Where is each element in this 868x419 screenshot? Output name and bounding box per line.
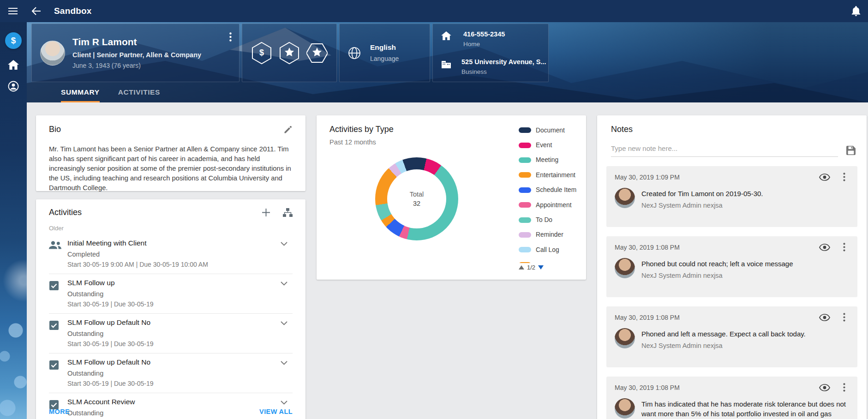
legend-label: Reminder — [536, 231, 563, 238]
bio-card: Bio Mr. Tim Lamont has been a Senior Par… — [36, 115, 305, 191]
contact-header-banner: Tim R Lamont Client | Senior Partner, Al… — [27, 22, 868, 102]
top-app-bar: Sandbox — [0, 0, 868, 22]
legend-swatch — [519, 172, 531, 178]
note-view-button[interactable] — [819, 174, 830, 181]
phone-value: 416-555-2345 — [463, 30, 505, 38]
contacts-nav-button[interactable] — [8, 81, 19, 92]
legend-item: Meeting — [519, 153, 580, 168]
note-date: May 30, 2019 1:08 PM — [615, 384, 819, 391]
eye-icon — [819, 314, 830, 321]
notes-title: Notes — [611, 125, 853, 134]
chevron-down-icon[interactable] — [281, 281, 293, 286]
activity-row[interactable]: Initial Meeting with Client Completed St… — [49, 234, 293, 274]
legend-label: Event — [536, 142, 552, 149]
kebab-menu-icon — [229, 32, 232, 42]
legend-item-truncated — [519, 257, 580, 263]
note-view-button[interactable] — [819, 314, 830, 321]
home-nav-button[interactable] — [8, 60, 19, 70]
save-note-button[interactable] — [846, 146, 856, 155]
eye-icon — [819, 384, 830, 391]
back-arrow-icon — [32, 7, 41, 15]
activity-title: SLM Follow up — [67, 279, 281, 287]
kebab-menu-icon — [843, 243, 845, 251]
chevron-down-icon[interactable] — [281, 401, 293, 405]
activity-dates: Start 30-05-19 | Due 30-05-19 — [67, 300, 281, 308]
globe-icon — [348, 47, 361, 60]
task-check-icon — [49, 360, 67, 370]
legend-item: Schedule Item — [519, 183, 580, 198]
chevron-down-icon[interactable] — [281, 321, 293, 325]
address-row[interactable]: 525 University Avenue, S... Business — [441, 58, 540, 75]
tab-summary[interactable]: SUMMARY — [61, 88, 100, 102]
eye-icon — [819, 244, 830, 251]
contact-details-card: 416-555-2345 Home 525 University Avenue,… — [432, 24, 549, 82]
donut-center-label: Total 32 — [387, 169, 446, 228]
bio-edit-button[interactable] — [283, 125, 293, 134]
activities-by-type-card: Activities by Type Past 12 months Total … — [317, 115, 586, 280]
tab-activities[interactable]: ACTIVITIES — [118, 88, 160, 102]
phone-row[interactable]: 416-555-2345 Home — [441, 30, 540, 48]
note-view-button[interactable] — [819, 384, 830, 391]
summary-content: Bio Mr. Tim Lamont has been a Senior Par… — [27, 102, 868, 419]
note-view-button[interactable] — [819, 244, 830, 251]
legend-label: Entertainment — [536, 172, 575, 179]
star-hexagon-icon[interactable] — [279, 42, 300, 65]
kebab-menu-icon — [843, 173, 845, 181]
task-check-icon — [49, 281, 67, 291]
activity-row[interactable]: SLM Follow up Default No Outstanding Sta… — [49, 314, 293, 353]
activity-row[interactable]: SLM Follow up Outstanding Start 30-05-19… — [49, 274, 293, 314]
star-seal-icon[interactable] — [306, 42, 328, 65]
legend-item: Reminder — [519, 227, 580, 242]
legend-item: Appointment — [519, 198, 580, 212]
page-down-icon[interactable] — [538, 265, 544, 269]
note-kebab-menu-button[interactable] — [843, 243, 845, 251]
legend-label: To Do — [536, 216, 552, 223]
tab-bar: SUMMARY ACTIVITIES — [61, 88, 179, 102]
note-kebab-menu-button[interactable] — [843, 173, 845, 181]
legend-swatch — [519, 217, 531, 223]
add-activity-button[interactable] — [262, 209, 270, 216]
activities-list: Initial Meeting with Client Completed St… — [49, 234, 293, 419]
legend-label: Schedule Item — [536, 186, 576, 193]
notes-card: Notes May 30, 2019 1:09 PM — [597, 115, 867, 419]
legend-swatch — [519, 157, 531, 163]
activities-card: Activities Older — [36, 199, 305, 419]
kebab-menu-icon — [843, 383, 845, 392]
activity-title: SLM Follow up Default No — [67, 318, 281, 327]
people-icon — [49, 241, 67, 249]
activities-group-label: Older — [49, 225, 293, 232]
activity-row[interactable]: SLM Follow up Default No Outstanding Sta… — [49, 353, 293, 393]
note-kebab-menu-button[interactable] — [843, 383, 845, 392]
legend-page-indicator: 1/2 — [527, 264, 535, 271]
note-kebab-menu-button[interactable] — [843, 313, 845, 322]
back-button[interactable] — [32, 7, 41, 15]
profile-kebab-menu-button[interactable] — [229, 32, 232, 42]
eye-icon — [819, 174, 830, 181]
page-up-icon[interactable] — [519, 265, 524, 269]
hamburger-menu-button[interactable] — [8, 7, 18, 15]
home-icon — [8, 60, 19, 70]
home-icon — [441, 31, 453, 40]
new-note-input[interactable] — [611, 141, 838, 157]
legend-swatch — [519, 202, 531, 208]
legend-item: Event — [519, 138, 580, 152]
dollar-fab-icon[interactable]: $ — [5, 32, 22, 49]
note-card: May 30, 2019 1:09 PM Created for Tim Lam… — [606, 166, 857, 227]
activity-dates: Start 30-05-19 | Due 30-05-19 — [67, 380, 281, 387]
profile-summary-card: Tim R Lamont Client | Senior Partner, Al… — [31, 24, 239, 82]
note-date: May 30, 2019 1:09 PM — [615, 174, 819, 181]
activity-status: Completed — [67, 251, 281, 258]
bio-text: Mr. Tim Lamont has been a Senior Partner… — [49, 144, 293, 193]
save-icon — [846, 146, 856, 155]
notifications-bell-button[interactable] — [851, 6, 861, 16]
contact-role: Client | Senior Partner, Allen & Company — [72, 51, 201, 59]
dollar-hexagon-icon[interactable]: $ — [251, 42, 272, 65]
hierarchy-view-button[interactable] — [283, 208, 293, 217]
note-author: NexJ System Admin nexjsa — [641, 202, 763, 209]
view-all-link[interactable]: VIEW ALL — [259, 408, 293, 415]
more-link[interactable]: MORE — [49, 408, 70, 415]
legend-swatch — [519, 262, 531, 263]
chevron-down-icon[interactable] — [281, 242, 293, 246]
chevron-down-icon[interactable] — [281, 361, 293, 365]
note-card: May 30, 2019 1:08 PM Phoned but could no… — [606, 236, 857, 297]
